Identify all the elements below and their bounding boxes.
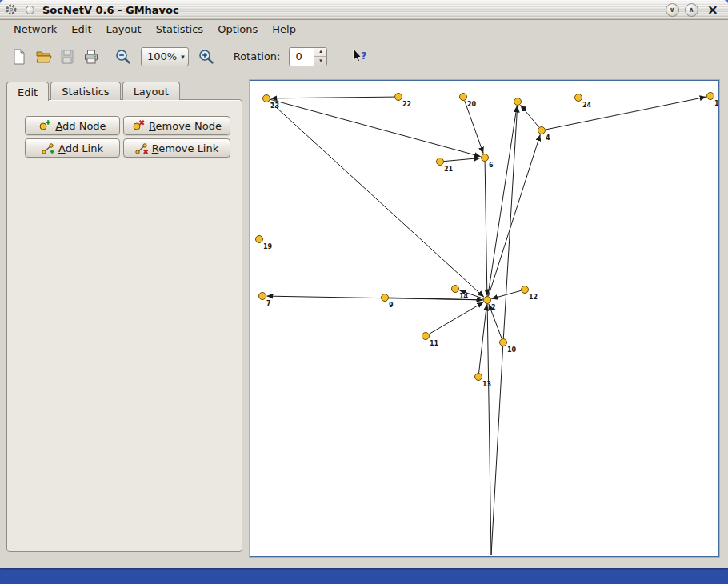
minimize-icon: ∨: [670, 6, 675, 14]
graph-edge: [479, 305, 487, 374]
minimize-button[interactable]: ∨: [666, 3, 679, 17]
graph-node-19[interactable]: [256, 236, 263, 243]
graph-edge: [546, 97, 706, 130]
graph-edge: [271, 97, 395, 98]
graph-node-3[interactable]: [514, 98, 522, 106]
graph-node-label: 19: [263, 243, 273, 250]
chevron-down-icon: ▾: [181, 53, 185, 61]
graph-node-label: 14: [459, 293, 469, 300]
zoom-out-icon: [114, 48, 132, 66]
toolbar: 100% ▾ Rotation: 0 ▴ ▾ ?: [0, 38, 728, 74]
graph-node-label: 1: [714, 100, 718, 107]
graph-edge: [491, 346, 503, 555]
graph-node-label: 24: [582, 102, 592, 109]
zoom-in-icon: [198, 48, 215, 66]
add-link-button[interactable]: Add Link: [25, 138, 120, 158]
tab-layout[interactable]: Layout: [122, 82, 180, 100]
zoom-value: 100%: [147, 50, 177, 62]
whats-this-icon: ?: [350, 48, 368, 66]
tab-statistics[interactable]: Statistics: [50, 82, 120, 100]
add-node-label: Add Node: [55, 120, 106, 132]
graph-edge: [270, 101, 484, 297]
graph-node-14[interactable]: [452, 286, 459, 293]
graph-node-label: 11: [430, 340, 439, 347]
graph-edge: [485, 162, 487, 296]
graph-node-9[interactable]: [382, 294, 389, 302]
graph-node-21[interactable]: [437, 158, 444, 166]
graph-node-label: 4: [546, 134, 550, 142]
new-network-button[interactable]: [10, 47, 29, 66]
side-tabs: Edit Statistics Layout: [6, 82, 180, 100]
tab-edit[interactable]: Edit: [6, 82, 49, 101]
remove-link-label: Remove Link: [152, 142, 219, 154]
rotation-value: 0: [290, 48, 314, 66]
maximize-button[interactable]: ∧: [685, 3, 698, 17]
graph-node-24[interactable]: [575, 94, 582, 102]
add-link-label: Add Link: [58, 142, 103, 154]
zoom-combo[interactable]: 100% ▾: [141, 47, 189, 66]
graph-edge: [465, 101, 484, 154]
graph-node-label: 22: [402, 101, 411, 108]
graph-node-13[interactable]: [475, 374, 482, 381]
menu-help[interactable]: Help: [265, 21, 303, 38]
zoom-in-button[interactable]: [197, 47, 216, 66]
graph-node-20[interactable]: [460, 94, 467, 101]
graph-node-2[interactable]: [484, 297, 491, 304]
graph-node-label: 6: [489, 162, 494, 169]
graph-node-23[interactable]: [263, 95, 270, 102]
remove-link-button[interactable]: Remove Link: [123, 138, 230, 158]
graph-edge: [270, 99, 481, 156]
graph-node-22[interactable]: [395, 94, 402, 101]
graph-node-12[interactable]: [522, 286, 529, 294]
graph-node-label: 12: [529, 294, 538, 301]
menu-network[interactable]: Network: [6, 21, 64, 38]
graph-node-label: 2: [491, 304, 496, 311]
open-network-button[interactable]: [34, 47, 53, 66]
menu-edit[interactable]: Edit: [64, 21, 98, 38]
whats-this-button[interactable]: ?: [350, 47, 369, 66]
graph-node-7[interactable]: [259, 293, 266, 300]
print-network-button[interactable]: [82, 47, 101, 66]
menu-layout[interactable]: Layout: [98, 21, 148, 38]
graph-edge: [487, 304, 491, 555]
graph-node-label: 13: [482, 381, 491, 388]
edit-panel: Add Node Remove Node Add Link: [6, 99, 242, 552]
graph-edge: [488, 106, 517, 296]
save-icon: [58, 48, 76, 66]
rotation-label: Rotation:: [234, 50, 281, 62]
remove-node-label: Remove Node: [149, 120, 222, 132]
menu-statistics[interactable]: Statistics: [149, 21, 210, 38]
graph-node-label: 9: [389, 302, 394, 309]
open-folder-icon: [34, 48, 52, 66]
graph-node-11[interactable]: [422, 333, 430, 340]
save-network-button[interactable]: [58, 47, 77, 66]
graph-node-label: 21: [444, 166, 454, 173]
spin-down-icon[interactable]: ▾: [314, 57, 326, 66]
graph-node-label: 20: [467, 101, 477, 108]
graph-edge: [444, 158, 481, 162]
add-node-icon: [38, 119, 51, 132]
graph-node-1[interactable]: [707, 93, 714, 100]
graph-node-label: 3: [522, 106, 526, 113]
graph-edge: [503, 106, 517, 339]
spin-up-icon[interactable]: ▴: [314, 48, 326, 58]
graph-node-4[interactable]: [538, 127, 546, 134]
close-button[interactable]: ×: [704, 3, 722, 17]
remove-node-button[interactable]: Remove Node: [123, 116, 230, 135]
graph-node-10[interactable]: [500, 339, 507, 346]
menubar: Network Edit Layout Statistics Options H…: [0, 20, 728, 38]
print-icon: [82, 48, 100, 66]
zoom-out-button[interactable]: [114, 47, 133, 66]
rotation-spinbox[interactable]: 0 ▴ ▾: [289, 47, 327, 66]
window-menu-button[interactable]: [26, 6, 34, 14]
graph-node-6[interactable]: [482, 154, 489, 162]
menu-options[interactable]: Options: [210, 21, 265, 38]
graph-edge: [429, 302, 483, 334]
graph-node-label: 23: [270, 102, 279, 110]
remove-node-icon: [132, 119, 145, 132]
app-gear-icon: [5, 3, 18, 16]
graph-svg[interactable]: 23222032414216197914212111013: [250, 81, 718, 556]
add-node-button[interactable]: Add Node: [25, 116, 120, 135]
graph-node-label: 7: [266, 300, 271, 307]
graph-canvas[interactable]: 23222032414216197914212111013: [250, 80, 719, 557]
